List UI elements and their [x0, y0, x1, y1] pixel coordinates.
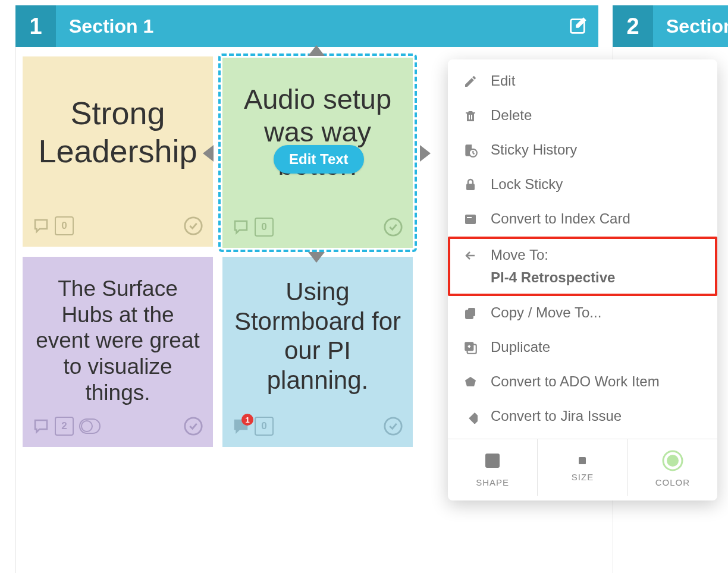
section-2-header[interactable]: 2 Section 2: [613, 5, 728, 47]
size-label: SIZE: [572, 472, 594, 482]
svg-rect-7: [469, 115, 470, 119]
context-menu: Edit Delete Sticky History Lock Sticky C…: [448, 59, 717, 500]
svg-rect-18: [469, 413, 478, 424]
menu-label: Delete: [491, 106, 704, 124]
svg-point-2: [385, 219, 401, 235]
move-up-arrow[interactable]: [308, 45, 325, 56]
assign-count[interactable]: 0: [55, 216, 74, 235]
color-label: COLOR: [655, 477, 690, 487]
arrow-left-icon: [461, 246, 480, 265]
menu-label: Copy / Move To...: [491, 304, 704, 322]
sticky-text: The Surface Hubs at the event were great…: [33, 276, 202, 405]
assign-count[interactable]: 0: [255, 417, 274, 436]
notification-badge: 1: [241, 414, 253, 426]
context-menu-footer: SHAPE SIZE COLOR: [448, 439, 717, 496]
menu-label: Convert to Jira Issue: [491, 407, 704, 425]
menu-convert-jira[interactable]: Convert to Jira Issue: [448, 399, 717, 434]
menu-label: Edit: [491, 72, 704, 90]
size-button[interactable]: SIZE: [538, 439, 627, 496]
menu-history[interactable]: Sticky History: [448, 133, 717, 168]
copy-icon: [461, 304, 480, 323]
shape-button[interactable]: SHAPE: [448, 439, 538, 496]
menu-edit[interactable]: Edit: [448, 64, 717, 99]
sticky-yellow[interactable]: Strong Leadership 0: [23, 56, 213, 247]
color-button[interactable]: COLOR: [628, 439, 717, 496]
svg-point-1: [185, 218, 202, 234]
section-1-number: 1: [15, 5, 56, 47]
comment-icon[interactable]: [32, 217, 50, 235]
move-down-arrow[interactable]: [308, 252, 325, 263]
edit-text-pill[interactable]: Edit Text: [274, 145, 364, 174]
lock-icon: [461, 175, 480, 194]
svg-rect-10: [466, 184, 475, 190]
pencil-icon: [461, 72, 480, 91]
sticky-text: Strong Leadership: [33, 95, 202, 170]
svg-rect-19: [485, 454, 500, 468]
square-icon: [482, 450, 503, 471]
svg-rect-20: [579, 457, 586, 464]
color-swatch-icon: [662, 450, 683, 471]
svg-point-22: [667, 455, 679, 467]
comment-icon[interactable]: [32, 417, 50, 435]
small-square-icon: [577, 455, 588, 466]
menu-label: Convert to Index Card: [491, 210, 704, 228]
edit-section-icon[interactable]: [566, 15, 589, 37]
card-icon: [461, 210, 480, 229]
menu-move-to[interactable]: Move To: PI-4 Retrospective: [448, 237, 717, 296]
assign-count[interactable]: 2: [55, 417, 74, 436]
menu-label: Duplicate: [491, 338, 704, 356]
comment-icon[interactable]: [232, 218, 250, 236]
toggle-icon[interactable]: [79, 418, 101, 435]
menu-label: Sticky History: [491, 141, 704, 159]
duplicate-icon: [461, 338, 480, 357]
menu-lock[interactable]: Lock Sticky: [448, 168, 717, 202]
menu-convert-index[interactable]: Convert to Index Card: [448, 202, 717, 237]
check-icon[interactable]: [183, 416, 203, 436]
section-2-number: 2: [613, 5, 653, 47]
viewport: { "sections":[ {"number":"1","title":"Se…: [0, 0, 728, 573]
menu-copy-move[interactable]: Copy / Move To...: [448, 296, 717, 330]
svg-point-6: [385, 418, 401, 435]
section-1-title: Section 1: [56, 15, 153, 37]
section-2-title: Section 2: [653, 15, 728, 37]
move-left-arrow[interactable]: [203, 145, 214, 162]
jira-icon: [461, 407, 480, 426]
move-to-target: PI-4 Retrospective: [491, 269, 704, 286]
svg-rect-15: [466, 310, 473, 319]
sticky-purple[interactable]: The Surface Hubs at the event were great…: [23, 257, 213, 447]
sticky-blue[interactable]: Using Stormboard for our PI planning. 1 …: [222, 257, 413, 447]
svg-rect-8: [471, 115, 472, 119]
sticky-text: Using Stormboard for our PI planning.: [233, 277, 402, 395]
menu-duplicate[interactable]: Duplicate: [448, 330, 717, 365]
trash-icon: [461, 106, 480, 125]
menu-label: Move To: PI-4 Retrospective: [491, 246, 704, 286]
check-icon[interactable]: [383, 217, 403, 237]
svg-point-5: [185, 418, 202, 435]
section-1-header[interactable]: 1 Section 1: [15, 5, 598, 47]
menu-convert-ado[interactable]: Convert to ADO Work Item: [448, 365, 717, 399]
svg-rect-12: [467, 217, 472, 218]
check-icon[interactable]: [183, 216, 203, 236]
svg-point-4: [81, 421, 92, 432]
comment-icon[interactable]: 1: [232, 417, 250, 435]
ado-icon: [461, 373, 480, 392]
menu-delete[interactable]: Delete: [448, 99, 717, 133]
history-icon: [461, 141, 480, 160]
svg-rect-11: [465, 215, 476, 224]
shape-label: SHAPE: [476, 477, 509, 487]
menu-label: Lock Sticky: [491, 175, 704, 193]
assign-count[interactable]: 0: [255, 218, 274, 237]
move-right-arrow[interactable]: [420, 145, 431, 162]
menu-label: Convert to ADO Work Item: [491, 373, 704, 391]
check-icon[interactable]: [383, 416, 403, 436]
